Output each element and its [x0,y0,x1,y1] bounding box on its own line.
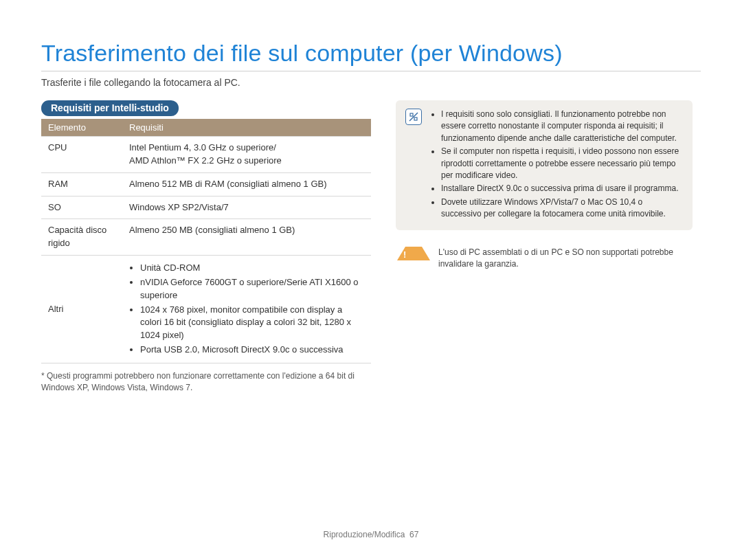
other-bullet: 1024 x 768 pixel, monitor compatibile co… [140,304,364,343]
row-value-so: Windows XP SP2/Vista/7 [122,196,371,219]
info-bullet: Installare DirectX 9.0c o successiva pri… [441,183,683,194]
section-heading-pill: Requisiti per Intelli-studio [41,100,179,116]
info-bullet: Dovete utilizzare Windows XP/Vista/7 o M… [441,197,683,221]
info-note-box: I requisiti sono solo consigliati. Il fu… [396,100,693,230]
table-footnote: * Questi programmi potrebbero non funzio… [41,370,371,394]
other-bullet: Unità CD-ROM [140,262,364,275]
svg-line-0 [409,113,418,121]
warning-box: ! L'uso di PC assemblati o di un PC e SO… [396,247,693,271]
info-icon [405,109,422,125]
row-label-other: Altri [41,256,122,363]
warning-icon: ! [397,247,430,260]
svg-rect-2 [414,117,417,120]
info-bullet: Se il computer non rispetta i requisiti,… [441,146,683,181]
row-label-so: SO [41,196,122,219]
row-label-cpu: CPU [41,137,122,173]
table-row: Altri Unità CD-ROM nVIDIA Geforce 7600GT… [41,256,371,363]
footer-section: Riproduzione/Modifica [324,530,405,539]
page-title: Trasferimento dei file sul computer (per… [41,40,701,71]
other-bullet: nVIDIA Geforce 7600GT o superiore/Serie … [140,276,364,302]
table-row: Capacità disco rigido Almeno 250 MB (con… [41,219,371,256]
table-row: SO Windows XP SP2/Vista/7 [41,196,371,219]
row-value-cpu: Intel Pentium 4, 3.0 GHz o superiore/ AM… [122,137,371,173]
other-bullet: Porta USB 2.0, Microsoft DirectX 9.0c o … [140,344,364,357]
row-value-disk: Almeno 250 MB (consigliati almeno 1 GB) [122,219,371,256]
table-header-requirements: Requisiti [122,119,371,137]
row-value-ram: Almeno 512 MB di RAM (consigliati almeno… [122,172,371,196]
info-bullet: I requisiti sono solo consigliati. Il fu… [441,109,683,144]
table-row: CPU Intel Pentium 4, 3.0 GHz o superiore… [41,137,371,173]
footer-page-number: 67 [409,530,418,539]
page-footer: Riproduzione/Modifica 67 [0,530,742,539]
row-label-disk: Capacità disco rigido [41,219,122,256]
table-header-element: Elemento [41,119,122,137]
page-subtitle: Trasferite i file collegando la fotocame… [41,77,701,88]
table-row: RAM Almeno 512 MB di RAM (consigliati al… [41,172,371,196]
svg-rect-1 [410,113,413,116]
warning-text: L'uso di PC assemblati o di un PC e SO n… [438,247,691,271]
row-value-other: Unità CD-ROM nVIDIA Geforce 7600GT o sup… [122,256,371,363]
requirements-table: Elemento Requisiti CPU Intel Pentium 4, … [41,119,371,363]
row-label-ram: RAM [41,172,122,196]
